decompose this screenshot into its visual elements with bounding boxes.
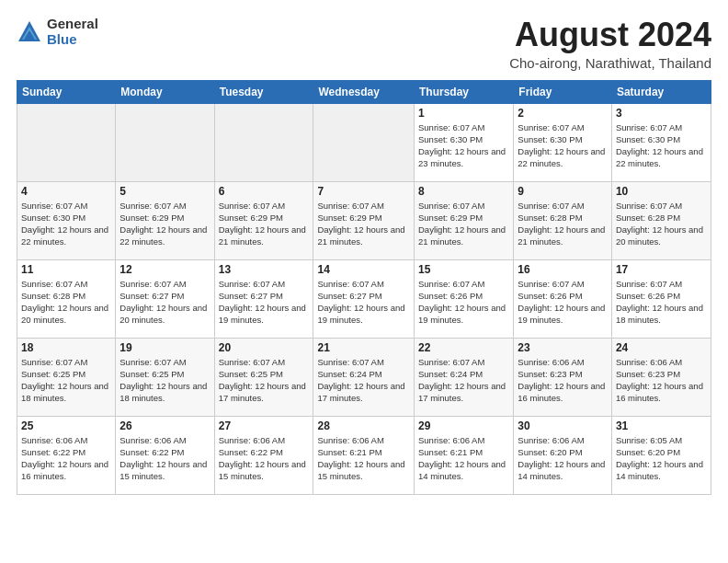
table-row: 31Sunrise: 6:05 AM Sunset: 6:20 PM Dayli… [611,416,711,494]
day-detail: Sunrise: 6:07 AM Sunset: 6:28 PM Dayligh… [21,278,111,327]
table-row: 1Sunrise: 6:07 AM Sunset: 6:30 PM Daylig… [415,103,514,181]
day-detail: Sunrise: 6:07 AM Sunset: 6:24 PM Dayligh… [418,356,509,405]
logo-general-text: General [47,17,98,32]
table-row: 27Sunrise: 6:06 AM Sunset: 6:22 PM Dayli… [214,416,313,494]
logo-blue-text: Blue [47,32,98,48]
day-detail: Sunrise: 6:07 AM Sunset: 6:30 PM Dayligh… [616,121,707,170]
table-row: 16Sunrise: 6:07 AM Sunset: 6:26 PM Dayli… [514,259,612,338]
table-row: 17Sunrise: 6:07 AM Sunset: 6:26 PM Dayli… [611,259,711,338]
day-detail: Sunrise: 6:06 AM Sunset: 6:22 PM Dayligh… [219,434,310,483]
day-number: 3 [616,107,707,120]
table-row: 14Sunrise: 6:07 AM Sunset: 6:27 PM Dayli… [313,259,415,338]
calendar-week-row: 1Sunrise: 6:07 AM Sunset: 6:30 PM Daylig… [17,103,711,181]
col-thursday: Thursday [415,80,514,103]
table-row: 4Sunrise: 6:07 AM Sunset: 6:30 PM Daylig… [17,181,116,259]
day-detail: Sunrise: 6:05 AM Sunset: 6:20 PM Dayligh… [616,434,707,483]
day-detail: Sunrise: 6:07 AM Sunset: 6:29 PM Dayligh… [219,200,310,248]
day-detail: Sunrise: 6:07 AM Sunset: 6:27 PM Dayligh… [219,278,310,327]
table-row: 20Sunrise: 6:07 AM Sunset: 6:25 PM Dayli… [214,338,313,416]
day-detail: Sunrise: 6:07 AM Sunset: 6:29 PM Dayligh… [317,200,410,248]
table-row: 26Sunrise: 6:06 AM Sunset: 6:22 PM Dayli… [116,416,214,494]
day-number: 31 [616,419,707,432]
day-number: 12 [119,263,210,276]
table-row: 23Sunrise: 6:06 AM Sunset: 6:23 PM Dayli… [514,338,612,416]
day-detail: Sunrise: 6:06 AM Sunset: 6:21 PM Dayligh… [418,434,509,483]
title-block: August 2024 Cho-airong, Narathiwat, Thai… [509,17,711,71]
col-sunday: Sunday [17,80,116,103]
table-row: 19Sunrise: 6:07 AM Sunset: 6:25 PM Dayli… [116,338,214,416]
col-monday: Monday [116,80,214,103]
month-title: August 2024 [509,17,711,53]
calendar-week-row: 11Sunrise: 6:07 AM Sunset: 6:28 PM Dayli… [17,259,711,338]
day-detail: Sunrise: 6:07 AM Sunset: 6:27 PM Dayligh… [317,278,410,327]
table-row: 30Sunrise: 6:06 AM Sunset: 6:20 PM Dayli… [514,416,612,494]
day-number: 14 [317,263,410,276]
day-number: 1 [418,107,509,120]
day-number: 6 [219,185,310,198]
day-detail: Sunrise: 6:07 AM Sunset: 6:25 PM Dayligh… [219,356,310,405]
table-row: 18Sunrise: 6:07 AM Sunset: 6:25 PM Dayli… [17,338,116,416]
day-number: 30 [518,419,608,432]
day-detail: Sunrise: 6:07 AM Sunset: 6:27 PM Dayligh… [119,278,210,327]
day-number: 21 [317,341,410,354]
day-detail: Sunrise: 6:07 AM Sunset: 6:25 PM Dayligh… [119,356,210,405]
table-row: 21Sunrise: 6:07 AM Sunset: 6:24 PM Dayli… [313,338,415,416]
header: General Blue August 2024 Cho-airong, Nar… [17,17,711,71]
page: General Blue August 2024 Cho-airong, Nar… [0,0,728,504]
day-number: 25 [21,419,111,432]
table-row: 29Sunrise: 6:06 AM Sunset: 6:21 PM Dayli… [415,416,514,494]
table-row: 24Sunrise: 6:06 AM Sunset: 6:23 PM Dayli… [611,338,711,416]
table-row [214,103,313,181]
day-detail: Sunrise: 6:07 AM Sunset: 6:29 PM Dayligh… [418,200,509,248]
location-title: Cho-airong, Narathiwat, Thailand [509,55,711,71]
day-number: 13 [219,263,310,276]
day-number: 8 [418,185,509,198]
day-detail: Sunrise: 6:07 AM Sunset: 6:30 PM Dayligh… [418,121,509,170]
col-tuesday: Tuesday [214,80,313,103]
day-number: 17 [616,263,707,276]
day-number: 27 [219,419,310,432]
table-row: 8Sunrise: 6:07 AM Sunset: 6:29 PM Daylig… [415,181,514,259]
table-row: 25Sunrise: 6:06 AM Sunset: 6:22 PM Dayli… [17,416,116,494]
day-detail: Sunrise: 6:07 AM Sunset: 6:28 PM Dayligh… [616,200,707,248]
day-detail: Sunrise: 6:07 AM Sunset: 6:26 PM Dayligh… [616,278,707,327]
table-row: 2Sunrise: 6:07 AM Sunset: 6:30 PM Daylig… [514,103,612,181]
table-row: 11Sunrise: 6:07 AM Sunset: 6:28 PM Dayli… [17,259,116,338]
calendar-table: Sunday Monday Tuesday Wednesday Thursday… [17,80,711,495]
table-row: 3Sunrise: 6:07 AM Sunset: 6:30 PM Daylig… [611,103,711,181]
logo-icon [17,19,42,45]
table-row: 15Sunrise: 6:07 AM Sunset: 6:26 PM Dayli… [415,259,514,338]
day-detail: Sunrise: 6:07 AM Sunset: 6:29 PM Dayligh… [119,200,210,248]
day-number: 10 [616,185,707,198]
day-detail: Sunrise: 6:06 AM Sunset: 6:21 PM Dayligh… [317,434,410,483]
day-detail: Sunrise: 6:07 AM Sunset: 6:30 PM Dayligh… [518,121,608,170]
day-number: 16 [518,263,608,276]
day-detail: Sunrise: 6:07 AM Sunset: 6:25 PM Dayligh… [21,356,111,405]
table-row: 7Sunrise: 6:07 AM Sunset: 6:29 PM Daylig… [313,181,415,259]
day-number: 15 [418,263,509,276]
day-number: 20 [219,341,310,354]
table-row [17,103,116,181]
day-number: 5 [119,185,210,198]
day-number: 28 [317,419,410,432]
day-number: 19 [119,341,210,354]
day-number: 23 [518,341,608,354]
table-row: 22Sunrise: 6:07 AM Sunset: 6:24 PM Dayli… [415,338,514,416]
day-detail: Sunrise: 6:07 AM Sunset: 6:26 PM Dayligh… [518,278,608,327]
calendar-header-row: Sunday Monday Tuesday Wednesday Thursday… [17,80,711,103]
calendar-week-row: 18Sunrise: 6:07 AM Sunset: 6:25 PM Dayli… [17,338,711,416]
day-number: 9 [518,185,608,198]
day-number: 4 [21,185,111,198]
logo: General Blue [17,17,98,47]
day-detail: Sunrise: 6:07 AM Sunset: 6:28 PM Dayligh… [518,200,608,248]
col-saturday: Saturday [611,80,711,103]
day-number: 7 [317,185,410,198]
table-row: 28Sunrise: 6:06 AM Sunset: 6:21 PM Dayli… [313,416,415,494]
table-row: 10Sunrise: 6:07 AM Sunset: 6:28 PM Dayli… [611,181,711,259]
day-number: 22 [418,341,509,354]
table-row [116,103,214,181]
table-row: 13Sunrise: 6:07 AM Sunset: 6:27 PM Dayli… [214,259,313,338]
table-row: 5Sunrise: 6:07 AM Sunset: 6:29 PM Daylig… [116,181,214,259]
table-row [313,103,415,181]
table-row: 6Sunrise: 6:07 AM Sunset: 6:29 PM Daylig… [214,181,313,259]
